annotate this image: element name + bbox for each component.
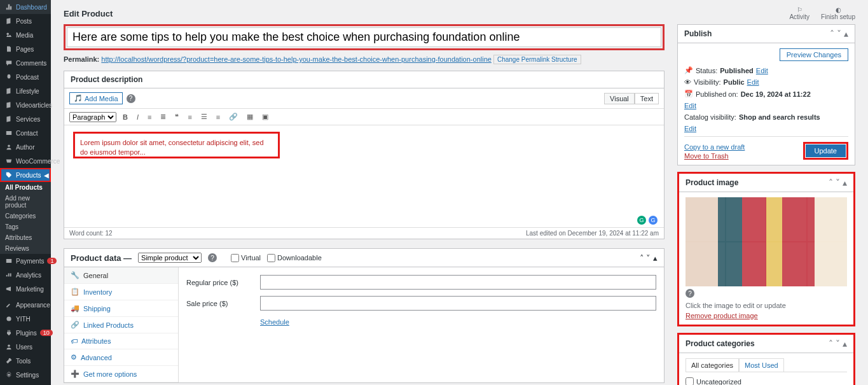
quote-icon[interactable]: ❝ <box>172 111 181 122</box>
eye-icon: 👁 <box>684 78 691 86</box>
panel-toggle-icon[interactable]: ˄ ˅ ▴ <box>640 253 658 263</box>
menu-media[interactable]: Media <box>0 28 51 42</box>
svg-point-4 <box>8 344 10 347</box>
menu-pages[interactable]: Pages <box>0 42 51 56</box>
menu-products[interactable]: Products◀ <box>0 168 51 182</box>
activity-icon[interactable]: ⚐Activity <box>789 6 809 20</box>
menu-author[interactable]: Author <box>0 140 51 154</box>
help-icon[interactable]: ? <box>127 94 135 103</box>
menu-podcast[interactable]: Podcast <box>0 70 51 84</box>
pin-icon: 📌 <box>684 66 693 74</box>
virtual-checkbox[interactable]: Virtual <box>231 254 261 262</box>
menu-comments[interactable]: Comments <box>0 56 51 70</box>
trash-link[interactable]: Move to Trash <box>684 152 745 160</box>
edit-status-link[interactable]: Edit <box>756 67 768 74</box>
sale-price-input[interactable] <box>260 296 656 311</box>
menu-yith[interactable]: YITH <box>0 312 51 326</box>
product-data-label: Product data — <box>71 253 132 263</box>
align-right-icon[interactable]: ≡ <box>214 112 223 122</box>
menu-woocommerce[interactable]: WooCommerce <box>0 154 51 168</box>
permalink-link[interactable]: http://localhost/wordpress/?product=here… <box>101 55 492 63</box>
menu-payments[interactable]: Payments1 <box>0 254 51 268</box>
menu-tools[interactable]: Tools <box>0 354 51 368</box>
tab-advanced[interactable]: ⚙Advanced <box>64 349 178 366</box>
update-button[interactable]: Update <box>806 144 846 157</box>
svg-point-5 <box>8 374 10 376</box>
ol-icon[interactable]: ≣ <box>158 111 169 122</box>
submenu-categories[interactable]: Categories <box>0 211 51 221</box>
cat-tab-all[interactable]: All categories <box>685 358 739 372</box>
editor-body[interactable]: Lorem ipsum dolor sit amet, consectetur … <box>64 125 664 227</box>
menu-posts[interactable]: Posts <box>0 14 51 28</box>
page-heading: Edit Product <box>64 9 113 18</box>
format-select[interactable]: Paragraph <box>69 112 116 122</box>
remove-image-link[interactable]: Remove product image <box>685 312 847 319</box>
product-title-input[interactable] <box>67 27 661 47</box>
bold-icon[interactable]: B <box>120 112 130 122</box>
menu-marketing[interactable]: Marketing <box>0 282 51 296</box>
menu-analytics[interactable]: Analytics <box>0 268 51 282</box>
word-count: Word count: 12 <box>69 230 113 237</box>
calendar-icon: 📅 <box>684 90 693 98</box>
menu-collapse[interactable]: Collapse menu <box>0 382 51 385</box>
tab-shipping[interactable]: 🚚Shipping <box>64 300 178 317</box>
permalink-row: Permalink: http://localhost/wordpress/?p… <box>64 53 665 66</box>
submenu-all-products[interactable]: All Products <box>0 182 51 193</box>
publish-panel: Publish˄ ˅ ▴ Preview Changes 📌Status: Pu… <box>677 24 855 165</box>
edit-date-link[interactable]: Edit <box>684 102 696 109</box>
menu-contact[interactable]: Contact <box>0 126 51 140</box>
add-media-button[interactable]: 🎵Add Media <box>69 92 123 104</box>
menu-dashboard[interactable]: Dashboard <box>0 0 51 14</box>
grammar-icon[interactable]: G <box>649 216 658 225</box>
grammarly-icon[interactable]: G <box>637 216 646 225</box>
schedule-link[interactable]: Schedule <box>260 318 289 326</box>
menu-videoarticles[interactable]: Videoarticles <box>0 98 51 112</box>
ul-icon[interactable]: ≡ <box>145 112 154 122</box>
downloadable-checkbox[interactable]: Downloadable <box>267 254 322 262</box>
tab-more[interactable]: ➕Get more options <box>64 366 178 382</box>
plus-icon: ➕ <box>71 370 79 378</box>
submenu-attributes[interactable]: Attributes <box>0 232 51 243</box>
edit-visibility-link[interactable]: Edit <box>747 78 759 86</box>
submenu-add-new[interactable]: Add new product <box>0 193 51 211</box>
tag-icon: 🏷 <box>71 337 78 345</box>
product-description-panel: Product description 🎵Add Media ? Visual … <box>64 71 665 239</box>
preview-button[interactable]: Preview Changes <box>780 48 848 61</box>
align-center-icon[interactable]: ☰ <box>198 111 210 122</box>
last-edited: Last edited on December 19, 2024 at 11:2… <box>526 230 659 237</box>
tab-inventory[interactable]: 📋Inventory <box>64 284 178 300</box>
menu-lifestyle[interactable]: Lifestyle <box>0 84 51 98</box>
italic-icon[interactable]: I <box>134 112 141 122</box>
toggle-icon[interactable]: ▣ <box>259 111 271 122</box>
sale-price-label: Sale price ($) <box>186 300 250 307</box>
cat-tab-most[interactable]: Most Used <box>739 358 784 372</box>
menu-users[interactable]: Users <box>0 340 51 354</box>
menu-plugins[interactable]: Plugins10 <box>0 326 51 340</box>
finish-setup-icon[interactable]: ◐Finish setup <box>821 6 855 20</box>
panel-title: Product description <box>71 75 142 84</box>
tab-general[interactable]: 🔧General <box>64 267 178 284</box>
product-image-thumb[interactable] <box>685 197 847 286</box>
product-type-select[interactable]: Simple product <box>138 253 202 263</box>
edit-catalog-link[interactable]: Edit <box>684 125 696 132</box>
visual-tab[interactable]: Visual <box>604 93 635 104</box>
tab-attributes[interactable]: 🏷Attributes <box>64 333 178 349</box>
svg-point-3 <box>6 316 11 321</box>
tab-linked[interactable]: 🔗Linked Products <box>64 317 178 333</box>
menu-services[interactable]: Services <box>0 112 51 126</box>
more-icon[interactable]: ▦ <box>244 111 256 122</box>
submenu-reviews[interactable]: Reviews <box>0 243 51 254</box>
link-icon[interactable]: 🔗 <box>226 111 240 122</box>
copy-draft-link[interactable]: Copy to a new draft <box>684 143 745 151</box>
menu-settings[interactable]: Settings <box>0 368 51 382</box>
align-left-icon[interactable]: ≡ <box>185 112 194 122</box>
submenu-tags[interactable]: Tags <box>0 221 51 232</box>
regular-price-input[interactable] <box>260 275 656 290</box>
menu-appearance[interactable]: Appearance <box>0 296 51 312</box>
regular-price-label: Regular price ($) <box>186 279 250 286</box>
media-icon: 🎵 <box>74 94 83 102</box>
change-permalink-button[interactable]: Change Permalink Structure <box>493 55 581 64</box>
text-tab[interactable]: Text <box>635 93 659 104</box>
category-item[interactable]: Uncategorized <box>685 376 847 385</box>
help-icon[interactable]: ? <box>208 253 217 262</box>
